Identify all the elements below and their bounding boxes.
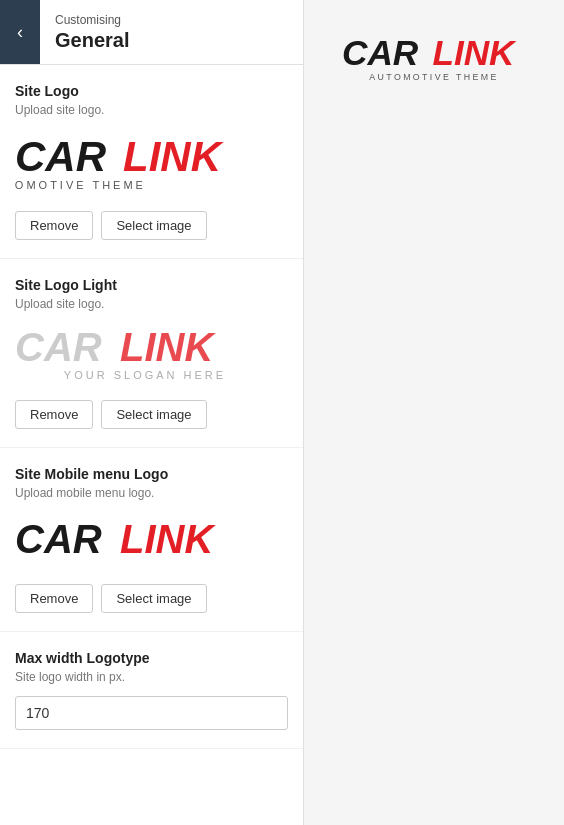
site-logo-remove-button[interactable]: Remove xyxy=(15,211,93,240)
site-logo-section: Site Logo Upload site logo. CAR LINK AUT… xyxy=(0,65,303,259)
site-logo-light-desc: Upload site logo. xyxy=(15,297,288,311)
site-mobile-logo-section: Site Mobile menu Logo Upload mobile menu… xyxy=(0,448,303,632)
header-text: Customising General xyxy=(40,0,144,64)
back-button[interactable]: ‹ xyxy=(0,0,40,64)
site-logo-light-remove-button[interactable]: Remove xyxy=(15,400,93,429)
svg-text:LINK: LINK xyxy=(120,517,216,561)
site-logo-select-button[interactable]: Select image xyxy=(101,211,206,240)
site-logo-display: CAR LINK AUTOMOTIVE THEME xyxy=(15,129,288,199)
svg-text:LINK: LINK xyxy=(432,33,517,72)
site-logo-desc: Upload site logo. xyxy=(15,103,288,117)
svg-text:CAR: CAR xyxy=(15,517,102,561)
left-panel: ‹ Customising General Site Logo Upload s… xyxy=(0,0,304,825)
right-preview-panel: CAR LINK AUTOMOTIVE THEME xyxy=(304,0,564,825)
site-mobile-logo-desc: Upload mobile menu logo. xyxy=(15,486,288,500)
site-mobile-logo-remove-button[interactable]: Remove xyxy=(15,584,93,613)
max-width-section: Max width Logotype Site logo width in px… xyxy=(0,632,303,749)
carlink-main-logo: CAR LINK AUTOMOTIVE THEME xyxy=(15,129,275,199)
site-mobile-logo-btn-group: Remove Select image xyxy=(15,584,288,613)
customising-label: Customising xyxy=(55,13,129,27)
site-mobile-logo-display: CAR LINK xyxy=(15,512,288,572)
svg-text:CAR: CAR xyxy=(342,33,419,72)
site-mobile-logo-select-button[interactable]: Select image xyxy=(101,584,206,613)
svg-text:LINK: LINK xyxy=(123,133,224,180)
svg-text:YOUR SLOGAN HERE: YOUR SLOGAN HERE xyxy=(64,369,226,381)
panel-header: ‹ Customising General xyxy=(0,0,303,65)
site-logo-light-display: CAR LINK YOUR SLOGAN HERE xyxy=(15,323,288,388)
carlink-mobile-logo: CAR LINK xyxy=(15,512,255,572)
site-logo-light-select-button[interactable]: Select image xyxy=(101,400,206,429)
max-width-desc: Site logo width in px. xyxy=(15,670,288,684)
site-logo-btn-group: Remove Select image xyxy=(15,211,288,240)
site-mobile-logo-title: Site Mobile menu Logo xyxy=(15,466,288,482)
site-logo-light-section: Site Logo Light Upload site logo. CAR LI… xyxy=(0,259,303,448)
back-icon: ‹ xyxy=(17,22,23,43)
site-logo-title: Site Logo xyxy=(15,83,288,99)
general-label: General xyxy=(55,29,129,52)
max-width-title: Max width Logotype xyxy=(15,650,288,666)
site-logo-light-title: Site Logo Light xyxy=(15,277,288,293)
svg-text:AUTOMOTIVE THEME: AUTOMOTIVE THEME xyxy=(15,179,146,191)
svg-text:AUTOMOTIVE THEME: AUTOMOTIVE THEME xyxy=(369,72,498,82)
svg-text:CAR: CAR xyxy=(15,325,102,369)
site-logo-light-btn-group: Remove Select image xyxy=(15,400,288,429)
carlink-preview-logo: CAR LINK AUTOMOTIVE THEME xyxy=(324,30,544,90)
max-width-input[interactable] xyxy=(15,696,288,730)
svg-text:CAR: CAR xyxy=(15,133,107,180)
carlink-light-logo: CAR LINK YOUR SLOGAN HERE xyxy=(15,323,275,388)
svg-text:LINK: LINK xyxy=(120,325,216,369)
